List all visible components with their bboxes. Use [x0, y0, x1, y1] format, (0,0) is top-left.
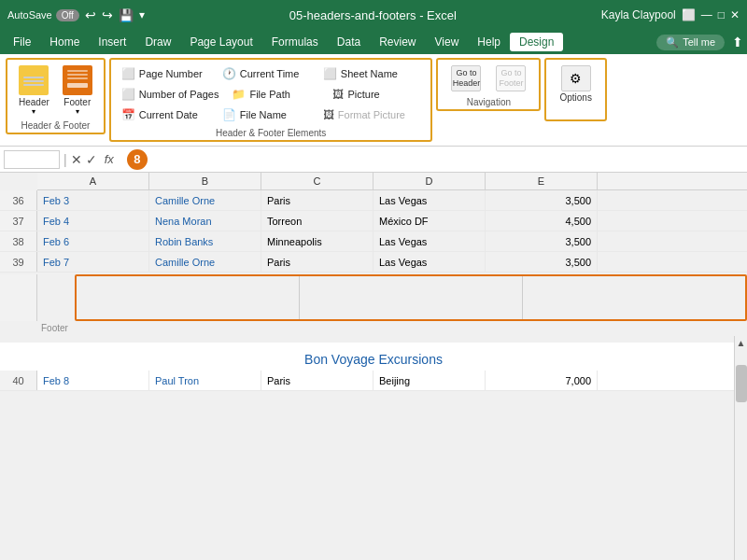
col-header-e: E: [486, 173, 598, 189]
menu-file[interactable]: File: [4, 33, 40, 51]
cell-36c[interactable]: Paris: [261, 190, 374, 210]
cell-37d[interactable]: México DF: [374, 211, 486, 231]
header-label: Header: [19, 97, 49, 107]
header-button[interactable]: Header ▾: [15, 63, 53, 118]
clock-icon: 🕐: [222, 67, 236, 80]
scroll-up-button[interactable]: ▲: [735, 336, 747, 350]
cell-40e[interactable]: 7,000: [486, 371, 598, 390]
menu-data[interactable]: Data: [328, 33, 370, 51]
cell-39e[interactable]: 3,500: [486, 252, 598, 272]
svg-rect-3: [23, 84, 44, 86]
cell-36e[interactable]: 3,500: [486, 190, 598, 210]
current-time-button[interactable]: 🕐 Current Time: [219, 66, 313, 81]
picture-button[interactable]: 🖼 Picture: [330, 87, 423, 102]
ribbon-collapse-icon[interactable]: ⬜: [682, 8, 696, 21]
cell-38c[interactable]: Minneapolis: [261, 231, 374, 251]
cell-36b[interactable]: Camille Orne: [149, 190, 261, 210]
autosave-toggle[interactable]: Off: [56, 9, 79, 21]
row-num-37: 37: [0, 211, 37, 231]
file-name-icon: 📄: [222, 108, 236, 121]
menu-insert[interactable]: Insert: [89, 33, 135, 51]
footer-cells[interactable]: [75, 274, 747, 321]
file-name-button[interactable]: 📄 File Name: [219, 107, 313, 122]
menu-review[interactable]: Review: [370, 33, 425, 51]
go-to-header-button[interactable]: Go toHeader: [445, 63, 486, 94]
column-headers: A B C D E: [37, 173, 747, 190]
step8-badge: 8: [127, 149, 148, 170]
menu-design[interactable]: Design: [510, 33, 563, 51]
col-header-b: B: [149, 173, 261, 189]
maximize-button[interactable]: □: [718, 8, 725, 21]
row-num-40: 40: [0, 371, 37, 390]
go-to-footer-button[interactable]: Go toFooter: [490, 63, 531, 94]
elements-row-2: ⬜ Number of Pages 📁 File Path 🖼 Picture: [119, 84, 424, 105]
cell-37e[interactable]: 4,500: [486, 211, 598, 231]
menu-draw[interactable]: Draw: [135, 33, 180, 51]
file-path-button[interactable]: 📁 File Path: [229, 87, 322, 102]
formula-divider: |: [63, 152, 67, 167]
name-box[interactable]: [4, 150, 60, 169]
cell-39c[interactable]: Paris: [261, 252, 374, 272]
menu-home[interactable]: Home: [40, 33, 89, 51]
cell-36d[interactable]: Las Vegas: [374, 190, 486, 210]
pages-icon: ⬜: [121, 88, 135, 101]
cell-40d[interactable]: Beijing: [374, 371, 486, 390]
confirm-button[interactable]: ✓: [86, 152, 97, 167]
cell-40a[interactable]: Feb 8: [37, 371, 149, 390]
cell-38d[interactable]: Las Vegas: [374, 231, 486, 251]
picture-label: Picture: [347, 89, 379, 100]
cell-38e[interactable]: 3,500: [486, 231, 598, 251]
undo-icon[interactable]: ↩: [85, 7, 96, 22]
redo-icon[interactable]: ↪: [102, 7, 113, 22]
cell-37b[interactable]: Nena Moran: [149, 211, 261, 231]
ribbon-elements-group: ⬜ Page Number 🕐 Current Time ⬜ Sheet Nam…: [109, 58, 433, 142]
sheet-name-button[interactable]: ⬜ Sheet Name: [320, 66, 414, 81]
save-icon[interactable]: 💾: [119, 8, 134, 22]
page-number-button[interactable]: ⬜ Page Number: [119, 66, 212, 81]
cell-40c[interactable]: Paris: [261, 371, 374, 390]
scroll-handle[interactable]: [736, 365, 747, 402]
menu-help[interactable]: Help: [468, 33, 510, 51]
elements-row-3: 📅 Current Date 📄 File Name 🖼 Format Pict…: [119, 105, 424, 125]
footer-button[interactable]: Footer ▾: [59, 63, 96, 118]
footer-cell-center[interactable]: [300, 276, 523, 319]
svg-rect-0: [23, 70, 44, 75]
fx-icon: fx: [105, 152, 114, 166]
footer-cell-left[interactable]: [77, 276, 300, 319]
ribbon-navigation-group: Go toHeader Go toFooter Navigation: [436, 58, 541, 111]
minimize-button[interactable]: —: [701, 8, 712, 21]
menu-page-layout[interactable]: Page Layout: [180, 33, 261, 51]
vertical-scrollbar[interactable]: ▲ ▼: [734, 336, 747, 560]
nav-buttons: Go toHeader Go toFooter: [445, 63, 531, 94]
ribbon-nav-label: Navigation: [438, 97, 539, 107]
cell-39a[interactable]: Feb 7: [37, 252, 149, 272]
current-date-label: Current Date: [139, 109, 198, 120]
number-of-pages-button[interactable]: ⬜ Number of Pages: [119, 87, 222, 102]
current-date-button[interactable]: 📅 Current Date: [119, 107, 212, 122]
number-of-pages-label: Number of Pages: [139, 89, 219, 100]
table-row: 37 Feb 4 Nena Moran Torreon México DF 4,…: [0, 211, 747, 231]
col-header-d: D: [374, 173, 486, 189]
bon-voyage-section: Bon Voyage Excursions: [0, 343, 747, 371]
footer-cell-right[interactable]: [523, 276, 745, 319]
ribbon-options-group: ⚙ Options: [544, 58, 606, 121]
menu-view[interactable]: View: [426, 33, 469, 51]
cell-39d[interactable]: Las Vegas: [374, 252, 486, 272]
cell-40b[interactable]: Paul Tron: [149, 371, 261, 390]
header-icon: [19, 65, 49, 95]
cell-38a[interactable]: Feb 6: [37, 231, 149, 251]
search-box[interactable]: 🔍 Tell me: [656, 35, 725, 50]
cell-37a[interactable]: Feb 4: [37, 211, 149, 231]
cancel-button[interactable]: ✕: [71, 152, 82, 167]
footer-dropdown-icon: ▾: [76, 107, 79, 116]
menu-formulas[interactable]: Formulas: [262, 33, 328, 51]
options-button[interactable]: ⚙ Options: [554, 63, 597, 105]
cell-39b[interactable]: Camille Orne: [149, 252, 261, 272]
share-icon[interactable]: ⬆: [732, 35, 743, 49]
cell-36a[interactable]: Feb 3: [37, 190, 149, 210]
footer-icon: [63, 65, 92, 95]
cell-37c[interactable]: Torreon: [261, 211, 374, 231]
ribbon: Header ▾ Footer ▾ Header & Footer: [0, 54, 747, 147]
close-button[interactable]: ✕: [730, 8, 740, 21]
cell-38b[interactable]: Robin Banks: [149, 231, 261, 251]
